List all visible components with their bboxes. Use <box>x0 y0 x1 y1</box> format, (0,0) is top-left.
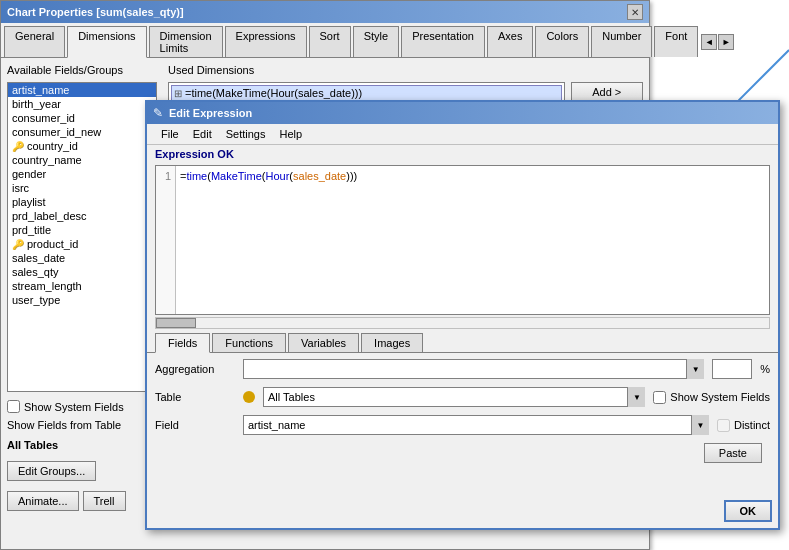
field-select-wrapper: artist_name ▼ <box>243 415 709 435</box>
fields-tab-content: Aggregation ▼ % Table All Tables ▼ <box>147 353 778 469</box>
dialog-titlebar: ✎ Edit Expression <box>147 102 778 124</box>
expression-scrollbar[interactable] <box>155 317 770 329</box>
window-titlebar: Chart Properties [sum(sales_qty)] ✕ <box>1 1 649 23</box>
btab-variables[interactable]: Variables <box>288 333 359 352</box>
tab-number[interactable]: Number <box>591 26 652 57</box>
field-country-id[interactable]: 🔑country_id <box>8 139 156 153</box>
field-product-id[interactable]: 🔑product_id <box>8 237 156 251</box>
field-country-name[interactable]: country_name <box>8 153 156 167</box>
aggregation-select-wrapper: ▼ <box>243 359 704 379</box>
expression-editor[interactable]: 1 =time(MakeTime(Hour(sales_date))) <box>155 165 770 315</box>
show-system-fields-checkbox[interactable] <box>7 400 20 413</box>
table-select-wrapper: All Tables ▼ <box>263 387 645 407</box>
expr-hour-func: Hour <box>266 170 290 182</box>
distinct-checkbox[interactable] <box>717 419 730 432</box>
all-tables-label: All Tables <box>7 439 162 451</box>
line-number-1: 1 <box>160 170 171 182</box>
dialog-menubar: File Edit Settings Help <box>147 124 778 145</box>
expr-time-func: time <box>186 170 207 182</box>
field-playlist[interactable]: playlist <box>8 195 156 209</box>
expression-text[interactable]: =time(MakeTime(Hour(sales_date))) <box>176 166 769 314</box>
field-prd-label-desc[interactable]: prd_label_desc <box>8 209 156 223</box>
field-consumer-id-new[interactable]: consumer_id_new <box>8 125 156 139</box>
show-fields-from-table-label: Show Fields from Table <box>7 419 121 431</box>
menu-file[interactable]: File <box>155 126 185 142</box>
left-panel: Available Fields/Groups artist_name birt… <box>7 64 162 535</box>
edit-groups-button[interactable]: Edit Groups... <box>7 461 96 481</box>
paste-button[interactable]: Paste <box>704 443 762 463</box>
tab-nav-left[interactable]: ◄ <box>701 34 717 50</box>
aggregation-number-input[interactable] <box>712 359 752 379</box>
field-sales-qty[interactable]: sales_qty <box>8 265 156 279</box>
aggregation-row: Aggregation ▼ % <box>155 359 770 379</box>
menu-help[interactable]: Help <box>273 126 308 142</box>
trell-button[interactable]: Trell <box>83 491 126 511</box>
field-user-type[interactable]: user_type <box>8 293 156 307</box>
show-fields-from-table-row: Show Fields from Table <box>7 419 162 431</box>
distinct-label: Distinct <box>734 419 770 431</box>
aggregation-label: Aggregation <box>155 363 235 375</box>
expand-icon: ⊞ <box>174 88 182 99</box>
paste-row: Paste <box>155 443 770 463</box>
field-select[interactable]: artist_name <box>243 415 709 435</box>
dialog-icon: ✎ <box>153 106 163 120</box>
used-dim-value: =time(MakeTime(Hour(sales_date))) <box>185 87 362 99</box>
tab-dimension-limits[interactable]: Dimension Limits <box>149 26 223 57</box>
field-sales-date[interactable]: sales_date <box>8 251 156 265</box>
distinct-checkbox-label: Distinct <box>717 419 770 432</box>
expr-close-parens: ))) <box>346 170 357 182</box>
table-indicator <box>243 391 255 403</box>
menu-settings[interactable]: Settings <box>220 126 272 142</box>
fields-list[interactable]: artist_name birth_year consumer_id consu… <box>7 82 157 392</box>
tab-general[interactable]: General <box>4 26 65 57</box>
close-button[interactable]: ✕ <box>627 4 643 20</box>
table-select[interactable]: All Tables <box>263 387 645 407</box>
tab-axes[interactable]: Axes <box>487 26 533 57</box>
field-birth-year[interactable]: birth_year <box>8 97 156 111</box>
btab-images[interactable]: Images <box>361 333 423 352</box>
animate-button[interactable]: Animate... <box>7 491 79 511</box>
field-consumer-id[interactable]: consumer_id <box>8 111 156 125</box>
show-system-fields-row: Show System Fields <box>7 400 162 413</box>
tab-nav-right[interactable]: ► <box>718 34 734 50</box>
tab-colors[interactable]: Colors <box>535 26 589 57</box>
dialog-bottom-buttons: OK <box>724 500 773 522</box>
menu-edit[interactable]: Edit <box>187 126 218 142</box>
ok-button[interactable]: OK <box>724 500 773 522</box>
used-dim-item[interactable]: ⊞ =time(MakeTime(Hour(sales_date))) <box>171 85 562 101</box>
table-row: Table All Tables ▼ Show System Fields <box>155 387 770 407</box>
field-label: Field <box>155 419 235 431</box>
field-gender[interactable]: gender <box>8 167 156 181</box>
field-stream-length[interactable]: stream_length <box>8 279 156 293</box>
dialog-title: Edit Expression <box>169 107 252 119</box>
tab-expressions[interactable]: Expressions <box>225 26 307 57</box>
scrollbar-thumb[interactable] <box>156 318 196 328</box>
expression-status: Expression OK <box>147 145 778 163</box>
expr-maketime-func: MakeTime <box>211 170 262 182</box>
table-label: Table <box>155 391 235 403</box>
available-fields-label: Available Fields/Groups <box>7 64 162 76</box>
aggregation-select[interactable] <box>243 359 704 379</box>
edit-expression-dialog: ✎ Edit Expression File Edit Settings Hel… <box>145 100 780 530</box>
add-button[interactable]: Add > <box>571 82 643 102</box>
show-system-fields-checkbox-label: Show System Fields <box>653 391 770 404</box>
field-prd-title[interactable]: prd_title <box>8 223 156 237</box>
tab-presentation[interactable]: Presentation <box>401 26 485 57</box>
expr-field-name: sales_date <box>293 170 346 182</box>
tab-sort[interactable]: Sort <box>309 26 351 57</box>
animate-trell-btns: Animate... Trell <box>7 491 162 511</box>
btab-functions[interactable]: Functions <box>212 333 286 352</box>
line-numbers: 1 <box>156 166 176 314</box>
field-isrc[interactable]: isrc <box>8 181 156 195</box>
tab-style[interactable]: Style <box>353 26 399 57</box>
tab-font[interactable]: Font <box>654 26 698 57</box>
show-system-fields-dialog-label: Show System Fields <box>670 391 770 403</box>
window-title: Chart Properties [sum(sales_qty)] <box>7 6 184 18</box>
percent-label: % <box>760 363 770 375</box>
show-system-fields-label: Show System Fields <box>24 401 124 413</box>
tab-dimensions[interactable]: Dimensions <box>67 26 146 58</box>
show-system-fields-dialog-checkbox[interactable] <box>653 391 666 404</box>
bottom-tabs: Fields Functions Variables Images <box>147 329 778 353</box>
field-artist-name[interactable]: artist_name <box>8 83 156 97</box>
btab-fields[interactable]: Fields <box>155 333 210 353</box>
